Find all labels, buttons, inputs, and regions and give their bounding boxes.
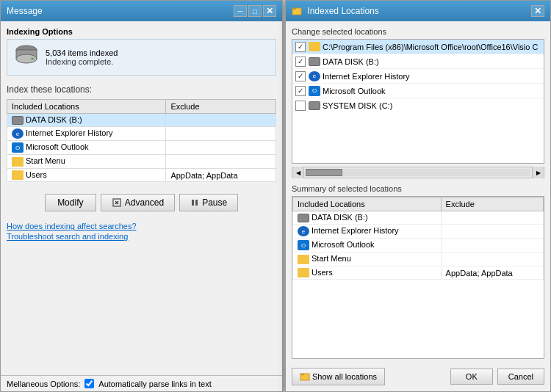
table-row[interactable]: eInternet Explorer History — [7, 127, 276, 141]
auto-parse-checkbox[interactable] — [84, 379, 94, 388]
indexing-drive-icon — [13, 44, 40, 70]
summary-section: Summary of selected locations Included L… — [292, 184, 544, 365]
minimize-button[interactable]: ─ — [234, 5, 247, 17]
indexed-locations-dialog: Indexed Locations ✕ Change selected loca… — [285, 0, 551, 392]
indexing-complete-status: Indexing complete. — [46, 57, 118, 66]
location-name: DATA DISK (B:) — [323, 57, 541, 66]
dialog-title-icon — [292, 6, 307, 16]
col-included-locations: Included Locations — [7, 100, 166, 114]
dialog-close-button[interactable]: ✕ — [531, 5, 544, 17]
advanced-button[interactable]: Advanced — [101, 194, 175, 211]
table-row[interactable]: UsersAppData; AppData — [7, 168, 276, 182]
show-all-icon — [300, 371, 310, 382]
links-section: How does indexing affect searches? Troub… — [7, 217, 276, 245]
scrollbar-thumb[interactable] — [306, 169, 342, 176]
table-row[interactable]: OMicrosoft Outlook — [7, 141, 276, 155]
scroll-left-arrow[interactable]: ◀ — [292, 167, 304, 178]
close-button[interactable]: ✕ — [263, 5, 276, 17]
svg-rect-8 — [195, 200, 198, 206]
modify-button[interactable]: Modify — [45, 194, 96, 211]
svg-rect-12 — [300, 374, 304, 375]
table-row: Start Menu — [293, 253, 544, 266]
included-locations-table: Included Locations Exclude DATA DISK (B:… — [7, 99, 276, 182]
indexing-options-label: Indexing Options — [7, 27, 276, 36]
summary-label: Summary of selected locations — [292, 184, 544, 193]
items-indexed: 5,034 items indexed — [46, 48, 118, 57]
location-name: SYSTEM DISK (C:) — [323, 101, 541, 110]
indexing-affect-searches-link[interactable]: How does indexing affect searches? — [7, 222, 276, 231]
list-item[interactable]: ✓DATA DISK (B:) — [292, 54, 544, 69]
indexing-status-info: 5,034 items indexed Indexing complete. — [46, 48, 118, 66]
location-checkbox[interactable] — [295, 101, 306, 111]
dialog-title-bar: Indexed Locations ✕ — [286, 1, 550, 21]
misc-bar: Mellaneous Options: Automatically parse … — [1, 375, 282, 391]
location-name: Microsoft Outlook — [323, 87, 541, 95]
table-row[interactable]: Start Menu — [7, 155, 276, 169]
message-title-bar: Message ─ □ ✕ — [1, 1, 282, 21]
scroll-right-arrow[interactable]: ▶ — [532, 167, 544, 178]
message-title-text: Message — [7, 6, 43, 16]
cancel-button[interactable]: Cancel — [497, 369, 544, 385]
summary-col-included: Included Locations — [293, 197, 442, 211]
maximize-button[interactable]: □ — [248, 5, 262, 17]
ok-button[interactable]: OK — [450, 369, 493, 385]
svg-point-3 — [31, 58, 34, 60]
dialog-bottom-buttons: Show all locations OK Cancel — [292, 365, 544, 385]
location-name: C:\Program Files (x86)\Microsoft Office\… — [323, 43, 541, 51]
list-item[interactable]: SYSTEM DISK (C:) — [292, 98, 544, 113]
title-bar-controls: ─ □ ✕ — [234, 5, 276, 17]
pause-button[interactable]: Pause — [179, 194, 238, 211]
show-all-locations-button[interactable]: Show all locations — [292, 368, 385, 385]
location-checkbox[interactable]: ✓ — [295, 71, 306, 81]
summary-box: Included Locations Exclude DATA DISK (B:… — [292, 196, 544, 359]
bottom-buttons-row: Modify Advanced Pause — [7, 188, 276, 217]
location-checkbox[interactable]: ✓ — [295, 86, 306, 96]
location-checkbox[interactable]: ✓ — [295, 42, 306, 52]
location-checkbox[interactable]: ✓ — [295, 57, 306, 67]
list-item[interactable]: ✓eInternet Explorer History — [292, 69, 544, 84]
misc-label: Mellaneous Options: — [7, 380, 80, 388]
troubleshoot-link[interactable]: Troubleshoot search and indexing — [7, 232, 276, 241]
table-row: DATA DISK (B:) — [293, 211, 544, 225]
auto-parse-label: Automatically parse links in text — [98, 380, 211, 388]
svg-rect-7 — [192, 200, 194, 206]
table-row[interactable]: DATA DISK (B:) — [7, 114, 276, 127]
summary-table: Included Locations Exclude DATA DISK (B:… — [292, 197, 544, 280]
table-row: OMicrosoft Outlook — [293, 239, 544, 253]
list-item[interactable]: ✓C:\Program Files (x86)\Microsoft Office… — [292, 40, 544, 54]
dialog-title-area: Indexed Locations — [292, 6, 379, 17]
horizontal-scrollbar[interactable]: ◀ ▶ — [292, 167, 544, 178]
table-row: UsersAppData; AppData — [293, 266, 544, 280]
advanced-icon — [112, 197, 122, 208]
col-exclude: Exclude — [166, 100, 276, 114]
dialog-title-text: Indexed Locations — [307, 6, 378, 16]
summary-col-exclude: Exclude — [441, 197, 543, 211]
dialog-body: Change selected locations ✓C:\Program Fi… — [286, 21, 550, 391]
pause-icon — [190, 198, 199, 207]
message-window: Message ─ □ ✕ Indexing Options 5,034 ite… — [0, 0, 283, 392]
table-row: eInternet Explorer History — [293, 225, 544, 239]
location-name: Internet Explorer History — [323, 72, 541, 81]
svg-rect-10 — [292, 8, 296, 10]
indexing-status-box: 5,034 items indexed Indexing complete. — [7, 39, 276, 76]
list-item[interactable]: ✓OMicrosoft Outlook — [292, 84, 544, 98]
change-locations-box: ✓C:\Program Files (x86)\Microsoft Office… — [292, 39, 544, 164]
change-locations-label: Change selected locations — [292, 27, 544, 36]
index-locations-heading: Index these locations: — [7, 84, 276, 95]
